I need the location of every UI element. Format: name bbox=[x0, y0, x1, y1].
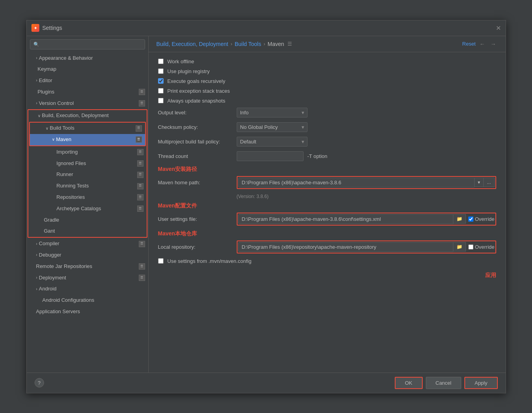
checksum-policy-select[interactable]: No Global Policy Warn Fail Ignore bbox=[237, 122, 307, 132]
footer: ? OK Cancel Apply bbox=[27, 373, 506, 393]
sidebar-item-android[interactable]: › Android bbox=[27, 283, 148, 295]
sidebar-item-running-tests[interactable]: Running Tests ☰ bbox=[28, 180, 147, 192]
main-panel: Build, Execution, Deployment › Build Too… bbox=[149, 36, 506, 373]
work-offline-row: Work offline bbox=[158, 59, 496, 64]
sidebar-item-android-configs[interactable]: Android Configurations bbox=[27, 295, 148, 306]
multiproject-policy-select[interactable]: Default Never At End Immediately bbox=[237, 137, 307, 147]
mvn-config-checkbox[interactable] bbox=[158, 258, 164, 264]
sidebar-item-label: Appearance & Behavior bbox=[39, 54, 93, 62]
local-repo-input[interactable] bbox=[238, 242, 453, 252]
work-offline-label: Work offline bbox=[168, 59, 194, 64]
settings-icon: ☰ bbox=[139, 275, 145, 281]
settings-icon: ☰ bbox=[136, 125, 142, 132]
maven-config-annotation: Maven配置文件 bbox=[158, 202, 496, 209]
settings-icon: ☰ bbox=[139, 100, 145, 106]
sidebar-item-ignored-files[interactable]: Ignored Files ☰ bbox=[28, 158, 147, 169]
sidebar-item-appearance[interactable]: › Appearance & Behavior bbox=[27, 53, 148, 64]
local-repo-row: Local repository: 📁 Override bbox=[158, 240, 496, 253]
exec-goals-checkbox[interactable] bbox=[158, 78, 164, 84]
reset-button[interactable]: Reset bbox=[462, 41, 476, 47]
user-settings-override-checkbox[interactable] bbox=[468, 217, 473, 222]
sidebar-item-plugins[interactable]: Plugins ☰ bbox=[27, 86, 148, 98]
sidebar-item-remote-jar[interactable]: Remote Jar Repositories ☰ bbox=[27, 261, 148, 272]
sidebar-item-label: Build Tools bbox=[50, 124, 75, 132]
sidebar-item-gant[interactable]: Gant bbox=[28, 226, 147, 237]
user-settings-input[interactable] bbox=[238, 214, 453, 224]
cancel-button[interactable]: Cancel bbox=[426, 377, 461, 389]
sidebar-item-debugger[interactable]: › Debugger bbox=[27, 250, 148, 261]
maven-home-label-row: Maven home path: ▾ ... bbox=[158, 176, 496, 189]
sidebar-item-label: Ignored Files bbox=[57, 160, 86, 168]
user-settings-row: User settings file: 📁 Override bbox=[158, 213, 496, 226]
expand-arrow: › bbox=[36, 241, 37, 247]
window-title: Settings bbox=[42, 25, 63, 31]
sidebar-item-runner[interactable]: Runner ☰ bbox=[28, 169, 147, 180]
settings-icon: ☰ bbox=[139, 263, 145, 270]
settings-form: Work offline Use plugin registry Execute… bbox=[149, 52, 506, 373]
footer-buttons: OK Cancel Apply bbox=[395, 377, 498, 389]
settings-icon: ☰ bbox=[136, 136, 142, 143]
sidebar-item-app-servers[interactable]: Application Servers bbox=[27, 306, 148, 318]
breadcrumb-nav: Reset ← → bbox=[462, 40, 498, 48]
breadcrumb-build-exec[interactable]: Build, Execution, Deployment bbox=[156, 41, 228, 47]
user-settings-override-label: Override bbox=[475, 216, 495, 222]
settings-dialog: ✦ Settings ✕ › Appearance & Behavior Key… bbox=[26, 20, 506, 393]
local-repo-override-label: Override bbox=[475, 244, 495, 250]
local-repo-label: Local repository: bbox=[158, 244, 237, 250]
sidebar-item-repositories[interactable]: Repositories ☰ bbox=[28, 192, 147, 203]
print-exc-label: Print exception stack traces bbox=[168, 88, 230, 94]
close-button[interactable]: ✕ bbox=[496, 24, 501, 32]
forward-button[interactable]: → bbox=[489, 40, 498, 48]
sidebar-item-label: Gradle bbox=[44, 216, 59, 224]
use-plugin-label: Use plugin registry bbox=[168, 68, 210, 74]
mvn-config-label: Use settings from .mvn/maven.config bbox=[168, 258, 252, 264]
use-plugin-checkbox[interactable] bbox=[158, 68, 164, 74]
sidebar-item-archetype-catalogs[interactable]: Archetype Catalogs ☰ bbox=[28, 203, 147, 215]
apply-button[interactable]: Apply bbox=[464, 377, 498, 389]
print-exc-row: Print exception stack traces bbox=[158, 88, 496, 94]
breadcrumb-maven: Maven bbox=[268, 41, 284, 47]
always-update-checkbox[interactable] bbox=[158, 98, 164, 103]
sidebar-item-maven[interactable]: ∨ Maven ☰ bbox=[30, 134, 145, 145]
thread-count-label: Thread count bbox=[158, 153, 237, 159]
help-button[interactable]: ? bbox=[35, 378, 44, 387]
sidebar-item-label: Plugins bbox=[38, 88, 55, 96]
sidebar-item-deployment[interactable]: › Deployment ☰ bbox=[27, 272, 148, 284]
local-repo-browse-btn[interactable]: 📁 bbox=[453, 242, 466, 251]
sidebar-item-importing[interactable]: Importing ☰ bbox=[28, 147, 147, 158]
multiproject-policy-label: Multiproject build fail policy: bbox=[158, 139, 237, 145]
checksum-policy-select-wrapper: No Global Policy Warn Fail Ignore bbox=[237, 122, 307, 132]
maven-home-input[interactable] bbox=[238, 178, 475, 187]
sidebar-item-version-control[interactable]: › Version Control ☰ bbox=[27, 98, 148, 109]
expand-arrow: › bbox=[36, 275, 37, 281]
sidebar-item-label: Running Tests bbox=[57, 182, 89, 190]
maven-home-dropdown-btn[interactable]: ▾ bbox=[475, 178, 484, 187]
breadcrumb-settings-icon: ☰ bbox=[287, 41, 292, 47]
sidebar-item-build-tools[interactable]: ∨ Build Tools ☰ bbox=[30, 123, 145, 134]
sidebar-item-gradle[interactable]: Gradle bbox=[28, 215, 147, 226]
back-button[interactable]: ← bbox=[478, 40, 487, 48]
sidebar-item-compiler[interactable]: › Compiler ☰ bbox=[27, 238, 148, 250]
maven-home-browse-btn[interactable]: ... bbox=[484, 178, 494, 187]
main-content: › Appearance & Behavior Keymap › Editor … bbox=[27, 36, 506, 373]
ok-button[interactable]: OK bbox=[395, 377, 423, 389]
user-settings-browse-btn[interactable]: 📁 bbox=[453, 214, 466, 224]
expand-arrow: ∨ bbox=[38, 113, 40, 119]
sidebar-item-build-exec-deploy[interactable]: ∨ Build, Execution, Deployment bbox=[28, 110, 147, 121]
t-option-label: -T option bbox=[307, 153, 328, 159]
breadcrumb-build-tools[interactable]: Build Tools bbox=[235, 41, 261, 47]
sidebar-item-keymap[interactable]: Keymap bbox=[27, 64, 148, 75]
thread-count-input[interactable] bbox=[237, 151, 304, 161]
sidebar-item-editor[interactable]: › Editor bbox=[27, 75, 148, 86]
titlebar: ✦ Settings ✕ bbox=[27, 20, 506, 36]
print-exc-checkbox[interactable] bbox=[158, 88, 164, 94]
sidebar-item-label: Compiler bbox=[39, 240, 59, 248]
output-level-select[interactable]: Info Debug Warning Error bbox=[237, 108, 307, 117]
multiproject-policy-select-wrapper: Default Never At End Immediately bbox=[237, 137, 307, 147]
work-offline-checkbox[interactable] bbox=[158, 59, 164, 64]
sidebar-item-label: Maven bbox=[56, 136, 72, 144]
local-repo-override-checkbox[interactable] bbox=[468, 244, 473, 250]
app-icon: ✦ bbox=[31, 24, 39, 32]
maven-repo-annotation: Maven本地仓库 bbox=[158, 230, 496, 237]
search-input[interactable] bbox=[30, 39, 145, 50]
